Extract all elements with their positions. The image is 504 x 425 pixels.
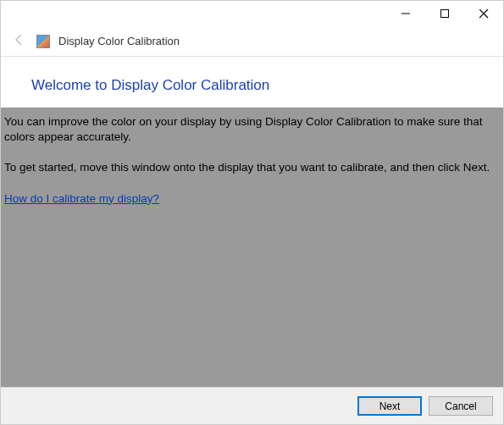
help-link[interactable]: How do I calibrate my display? xyxy=(4,192,159,205)
next-button[interactable]: Next xyxy=(357,396,422,416)
intro-paragraph-2: To get started, move this window onto th… xyxy=(4,160,500,175)
heading-area: Welcome to Display Color Calibration xyxy=(1,57,503,108)
titlebar xyxy=(1,1,503,26)
maximize-button[interactable] xyxy=(425,1,464,26)
close-button[interactable] xyxy=(464,1,503,26)
header-bar: Display Color Calibration xyxy=(1,26,503,57)
minimize-button[interactable] xyxy=(386,1,425,26)
footer-bar: Next Cancel xyxy=(1,387,503,424)
back-arrow-icon xyxy=(11,33,28,50)
intro-paragraph-1: You can improve the color on your displa… xyxy=(4,114,500,145)
app-icon xyxy=(36,35,50,48)
page-heading: Welcome to Display Color Calibration xyxy=(31,77,473,94)
window-title: Display Color Calibration xyxy=(58,35,180,47)
content-pane: You can improve the color on your displa… xyxy=(1,108,503,397)
svg-rect-1 xyxy=(441,10,449,18)
cancel-button[interactable]: Cancel xyxy=(429,396,493,416)
